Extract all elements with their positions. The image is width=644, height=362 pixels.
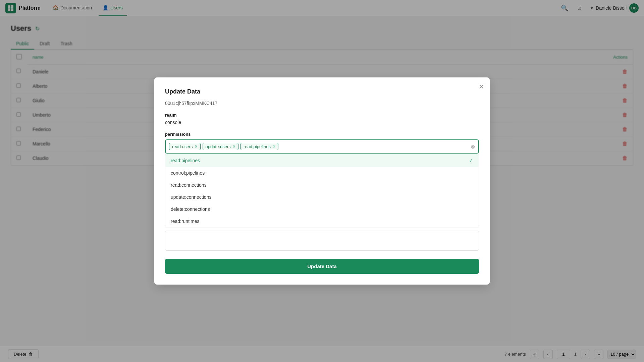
dropdown-item[interactable]: read:pipelines✓ bbox=[165, 154, 479, 167]
permissions-section: permissions read:users × update:users × … bbox=[165, 132, 479, 174]
permissions-dropdown: read:pipelines✓control:pipelinesread:con… bbox=[165, 154, 479, 174]
tag-read-pipelines: read:pipelines × bbox=[240, 143, 278, 150]
permissions-label: permissions bbox=[165, 132, 479, 137]
tag-update-users-remove[interactable]: × bbox=[233, 144, 235, 149]
realm-label: realm bbox=[165, 113, 479, 118]
modal: ✕ Update Data 00u1cjh57fkpxMMKC417 realm… bbox=[154, 77, 490, 174]
dropdown-scroll[interactable]: read:pipelines✓control:pipelinesread:con… bbox=[165, 154, 479, 174]
tag-clear-icon[interactable]: ⊗ bbox=[471, 143, 475, 150]
modal-title: Update Data bbox=[165, 88, 479, 95]
realm-value: console bbox=[165, 120, 479, 125]
dropdown-item[interactable]: control:pipelines bbox=[165, 167, 479, 174]
tag-input-wrap[interactable]: read:users × update:users × read:pipelin… bbox=[165, 139, 479, 154]
check-icon: ✓ bbox=[469, 157, 473, 164]
tag-update-users: update:users × bbox=[203, 143, 238, 150]
tag-read-users: read:users × bbox=[169, 143, 201, 150]
modal-overlay[interactable]: ✕ Update Data 00u1cjh57fkpxMMKC417 realm… bbox=[0, 0, 644, 174]
modal-close-button[interactable]: ✕ bbox=[479, 83, 484, 91]
modal-user-id: 00u1cjh57fkpxMMKC417 bbox=[165, 101, 479, 106]
tag-read-users-remove[interactable]: × bbox=[195, 144, 197, 149]
tag-read-pipelines-remove[interactable]: × bbox=[273, 144, 275, 149]
